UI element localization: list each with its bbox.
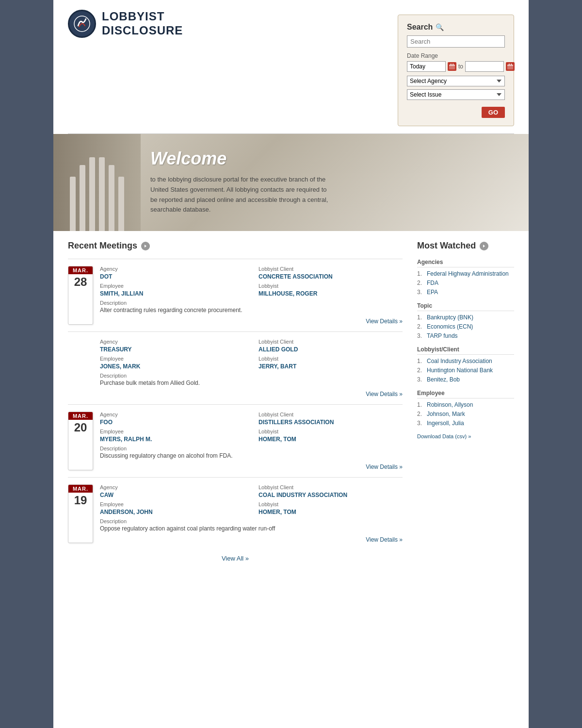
employee-link-4[interactable]: ANDERSON, JOHN [100, 509, 153, 515]
list-item: 1. Coal Industry Association [417, 358, 514, 364]
agency-item-2[interactable]: FDA [427, 280, 438, 286]
search-icon: 🔍 [436, 23, 444, 31]
list-item: 1. Federal Highway Administration [417, 270, 514, 277]
desc-text-3: Discussing regulatory change on alcohol … [100, 452, 403, 459]
client-link-4[interactable]: COAL INDUSTRY ASSOCIATION [259, 492, 347, 498]
hero-column-6 [118, 177, 124, 231]
search-title: Search 🔍 [407, 23, 505, 32]
employee-section: Employee 1. Robinson, Allyson 2. Johnson… [417, 390, 514, 427]
topic-list: 1. Bankruptcy (BNK) 2. Economics (ECN) 3… [417, 314, 514, 339]
hero-building-image [53, 134, 141, 231]
list-item: 3. Benitez, Bob [417, 376, 514, 383]
lobbyist-link-3[interactable]: HOMER, TOM [259, 436, 296, 443]
employee-label-1: Employee [100, 283, 244, 289]
date-from-input[interactable] [407, 61, 446, 72]
lobbyist-link-4[interactable]: HOMER, TOM [259, 509, 296, 515]
svg-rect-2 [449, 65, 455, 66]
view-details-link-4[interactable]: View Details » [366, 536, 403, 543]
client-link-1[interactable]: CONCRETE ASSOCIATION [259, 273, 333, 280]
agency-link-3[interactable]: FOO [100, 419, 113, 426]
agency-item-1[interactable]: Federal Highway Administration [427, 270, 509, 277]
view-all-row[interactable]: View All » [68, 555, 403, 562]
meeting-details-2: Agency TREASURY Lobbyist Client ALLIED G… [100, 339, 403, 397]
search-input[interactable] [407, 35, 505, 48]
agency-link-2[interactable]: TREASURY [100, 346, 132, 353]
view-details-link-1[interactable]: View Details » [366, 318, 403, 325]
topic-section: Topic 1. Bankruptcy (BNK) 2. Economics (… [417, 302, 514, 339]
list-item: 1. Bankruptcy (BNK) [417, 314, 514, 321]
lobbyist-link-2[interactable]: JERRY, BART [259, 363, 296, 370]
meeting-details-1: Agency DOT Lobbyist Client CONCRETE ASSO… [100, 266, 403, 325]
list-item: 2. Huntington National Bank [417, 367, 514, 374]
client-link-3[interactable]: DISTILLERS ASSOCIATION [259, 419, 334, 426]
meeting-card-2: Agency TREASURY Lobbyist Client ALLIED G… [68, 331, 403, 404]
most-watched-arrow[interactable] [480, 242, 488, 250]
svg-rect-8 [511, 64, 512, 65]
lobbyist-link-1[interactable]: MILLHOUSE, ROGER [259, 290, 317, 297]
desc-text-2: Purchase bulk metals from Allied Gold. [100, 380, 403, 386]
date-range-label: Date Range [407, 52, 505, 59]
recent-meetings-arrow[interactable] [141, 242, 150, 250]
desc-label-4: Description [100, 518, 403, 524]
list-item: 3. Ingersoll, Julia [417, 420, 514, 427]
svg-rect-6 [507, 65, 513, 66]
employee-cat-label: Employee [417, 390, 514, 398]
download-data-link[interactable]: Download Data (csv) » [417, 433, 514, 439]
employee-item-3[interactable]: Ingersoll, Julia [427, 420, 464, 427]
list-item: 2. FDA [417, 280, 514, 286]
issue-select[interactable]: Select Issue Bankruptcy (BNK) Economics … [407, 89, 505, 100]
date-to-label: to [458, 63, 463, 70]
view-details-3[interactable]: View Details » [100, 463, 403, 470]
svg-rect-7 [509, 64, 510, 65]
desc-label-1: Description [100, 300, 403, 306]
view-details-link-3[interactable]: View Details » [366, 463, 403, 470]
view-details-link-2[interactable]: View Details » [366, 391, 403, 397]
lobbyist-label-2: Lobbyist [259, 356, 403, 362]
date-day-1: 28 [72, 276, 89, 288]
view-details-4[interactable]: View Details » [100, 536, 403, 543]
lobbyist-client-section: Lobbyist/Client 1. Coal Industry Associa… [417, 346, 514, 383]
agency-link-1[interactable]: DOT [100, 273, 112, 280]
agency-link-4[interactable]: CAW [100, 492, 113, 498]
date-day-4: 19 [72, 495, 89, 506]
agency-item-3[interactable]: EPA [427, 289, 438, 296]
employee-item-2[interactable]: Johnson, Mark [427, 411, 465, 417]
date-month-1: MAR. [68, 266, 93, 274]
recent-meetings-title: Recent Meetings [68, 241, 403, 251]
date-to-input[interactable] [465, 61, 504, 72]
desc-label-2: Description [100, 373, 403, 379]
go-button[interactable]: GO [482, 107, 505, 118]
topic-item-2[interactable]: Economics (ECN) [427, 323, 473, 330]
client-item-3[interactable]: Benitez, Bob [427, 376, 460, 383]
list-item: 3. EPA [417, 289, 514, 296]
lobbyist-client-list: 1. Coal Industry Association 2. Huntingt… [417, 358, 514, 383]
view-all-link[interactable]: View All » [222, 555, 249, 562]
lobbyist-label-3: Lobbyist [259, 429, 403, 434]
agency-label-3: Agency [100, 412, 244, 417]
employee-link-3[interactable]: MYERS, RALPH M. [100, 436, 152, 443]
calendar-from-icon[interactable] [448, 62, 456, 71]
list-item: 2. Economics (ECN) [417, 323, 514, 330]
calendar-to-icon[interactable] [506, 62, 515, 71]
date-day-3: 20 [72, 422, 89, 433]
client-item-2[interactable]: Huntington National Bank [427, 367, 493, 374]
view-details-2[interactable]: View Details » [100, 390, 403, 397]
employee-item-1[interactable]: Robinson, Allyson [427, 401, 473, 408]
view-details-1[interactable]: View Details » [100, 317, 403, 325]
meeting-card-4: MAR. 19 Agency CAW Lobbyist Client COAL … [68, 477, 403, 550]
topic-item-3[interactable]: TARP funds [427, 332, 458, 339]
date-badge-1: MAR. 28 [68, 266, 93, 325]
employee-link-1[interactable]: SMITH, JILLIAN [100, 290, 143, 297]
employee-link-2[interactable]: JONES, MARK [100, 363, 140, 370]
recent-meetings-section: Recent Meetings MAR. 28 Agency DOT [68, 241, 403, 562]
agency-select[interactable]: Select Agency DOT FDA EPA TREASURY FOO C… [407, 76, 505, 86]
client-link-2[interactable]: ALLIED GOLD [259, 346, 298, 353]
meeting-card-1: MAR. 28 Agency DOT Lobbyist Client CONCR… [68, 259, 403, 331]
logo-text: LOBBYIST DISCLOSURE [102, 10, 183, 38]
topic-item-1[interactable]: Bankruptcy (BNK) [427, 314, 473, 321]
desc-text-4: Oppose regulatory action against coal pl… [100, 525, 403, 532]
hero-column-1 [70, 177, 76, 231]
search-panel: Search 🔍 Date Range to [398, 15, 514, 126]
main-content: Recent Meetings MAR. 28 Agency DOT [53, 231, 529, 572]
client-item-1[interactable]: Coal Industry Association [427, 358, 492, 364]
